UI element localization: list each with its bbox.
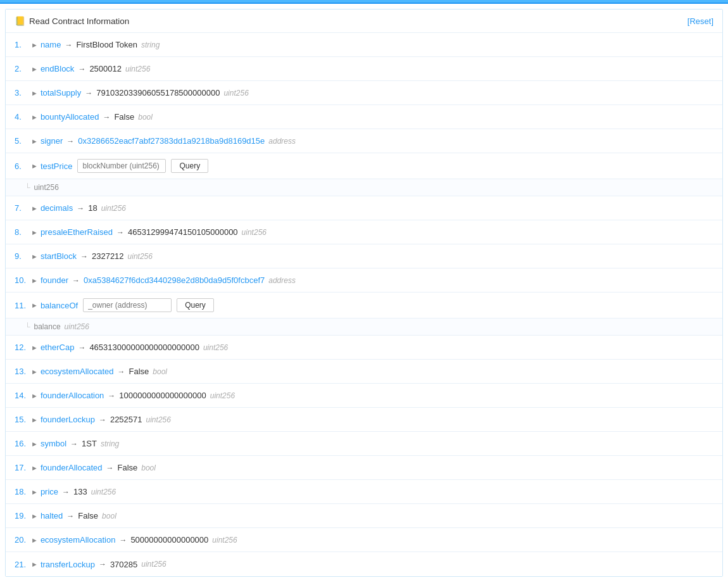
field-name[interactable]: halted — [41, 511, 63, 520]
table-row: 18. ► price → 133 uint256 — [6, 480, 722, 504]
chevron-right-icon: ► — [31, 368, 38, 375]
chevron-right-icon: ► — [31, 41, 38, 49]
field-value: 465312999474150105000000 — [128, 227, 238, 237]
arrow-icon: → — [78, 343, 85, 352]
field-name[interactable]: founderAllocation — [41, 391, 104, 400]
arrow-icon: → — [78, 65, 85, 73]
arrow-icon: → — [72, 276, 80, 285]
arrow-icon: → — [118, 367, 125, 376]
reset-button[interactable]: [Reset] — [687, 16, 713, 26]
panel-header: 📒 Read Contract Information [Reset] — [6, 9, 722, 33]
table-row: 20. ► ecosystemAllocation → 500000000000… — [6, 528, 722, 552]
query-button[interactable]: Query — [171, 159, 208, 173]
rows-container: 1. ► name → FirstBlood Token string 2. ►… — [6, 33, 722, 576]
chevron-right-icon: ► — [31, 253, 38, 260]
chevron-right-icon: ► — [31, 464, 38, 472]
query-input[interactable] — [83, 298, 172, 312]
field-name[interactable]: decimals — [41, 203, 73, 213]
row-number: 20. — [15, 535, 28, 545]
arrow-icon: → — [119, 536, 127, 545]
field-value: 2327212 — [92, 251, 124, 261]
row-number: 12. — [15, 343, 28, 352]
row-number: 19. — [15, 511, 28, 520]
row-number: 1. — [15, 40, 28, 49]
title-text: Read Contract Information — [29, 16, 129, 26]
field-value: 18 — [88, 203, 97, 213]
table-row: 19. ► halted → False bool — [6, 504, 722, 528]
field-type: uint256 — [210, 391, 235, 400]
field-value: False — [117, 463, 137, 472]
table-row: 21. ► transferLockup → 370285 uint256 — [6, 552, 722, 576]
field-name[interactable]: totalSupply — [41, 88, 81, 98]
table-row: 14. ► founderAllocation → 10000000000000… — [6, 384, 722, 408]
arrow-icon: → — [85, 89, 92, 98]
table-row: 2. ► endBlock → 2500012 uint256 — [6, 57, 722, 81]
table-row: 17. ► founderAllocated → False bool — [6, 456, 722, 480]
field-name[interactable]: etherCap — [41, 343, 74, 352]
field-name[interactable]: endBlock — [41, 64, 74, 73]
field-value: 1ST — [82, 439, 97, 448]
field-value: False — [78, 511, 98, 520]
arrow-icon: → — [116, 228, 124, 237]
field-name[interactable]: balanceOf — [41, 301, 78, 310]
field-value: 791032033906055178500000000 — [96, 88, 220, 98]
chevron-right-icon: ► — [31, 392, 38, 400]
field-type: uint256 — [242, 228, 267, 237]
book-icon: 📒 — [15, 16, 25, 26]
field-name[interactable]: symbol — [41, 439, 66, 448]
chevron-right-icon: ► — [31, 440, 38, 448]
field-name[interactable]: price — [41, 487, 58, 496]
field-value: 1000000000000000000 — [119, 391, 206, 400]
row-number: 5. — [15, 136, 28, 146]
row-number: 10. — [15, 275, 28, 285]
field-name[interactable]: ecosystemAllocation — [41, 535, 116, 545]
field-name[interactable]: transferLockup — [41, 560, 95, 569]
field-type: address — [268, 276, 296, 285]
field-type: uint256 — [203, 343, 228, 352]
row-number: 4. — [15, 112, 28, 122]
chevron-right-icon: ► — [31, 416, 38, 424]
field-value: 2500012 — [89, 64, 122, 73]
field-name[interactable]: startBlock — [41, 251, 77, 261]
field-value: 465313000000000000000000 — [89, 343, 199, 352]
field-name[interactable]: testPrice — [41, 161, 73, 171]
table-row: 9. ► startBlock → 2327212 uint256 — [6, 244, 722, 268]
field-name[interactable]: name — [41, 40, 61, 49]
field-name[interactable]: founderAllocated — [41, 463, 103, 472]
table-row: 5. ► signer → 0x3286652eacf7abf27383dd1a… — [6, 129, 722, 153]
field-name[interactable]: bountyAllocated — [41, 112, 99, 122]
field-name[interactable]: founder — [41, 275, 68, 285]
field-value: 50000000000000000 — [130, 535, 208, 545]
sub-row: └ balance uint256 — [6, 318, 722, 336]
chevron-right-icon: ► — [31, 229, 38, 236]
table-row: 13. ► ecosystemAllocated → False bool — [6, 360, 722, 384]
arrow-icon: → — [62, 488, 70, 496]
field-type: uint256 — [223, 89, 248, 98]
chevron-right-icon: ► — [31, 344, 38, 351]
arrow-icon: → — [80, 252, 88, 261]
table-row: 12. ► etherCap → 46531300000000000000000… — [6, 336, 722, 360]
field-name[interactable]: ecosystemAllocated — [41, 367, 114, 376]
field-type: uint256 — [128, 252, 153, 261]
query-button[interactable]: Query — [177, 298, 214, 312]
field-value: 370285 — [110, 560, 137, 569]
field-type: uint256 — [101, 204, 126, 213]
sub-row-label: uint256 — [34, 183, 59, 192]
chevron-right-icon: ► — [31, 205, 38, 212]
sub-row: └ uint256 — [6, 179, 722, 196]
query-input[interactable] — [77, 159, 166, 173]
row-number: 21. — [15, 560, 28, 569]
field-type: bool — [141, 463, 156, 472]
field-name[interactable]: presaleEtherRaised — [41, 227, 113, 237]
table-row: 7. ► decimals → 18 uint256 — [6, 196, 722, 220]
arrow-icon: → — [70, 439, 78, 448]
field-name[interactable]: founderLockup — [41, 415, 95, 424]
table-row: 10. ► founder → 0xa5384627f6dcd3440298e2… — [6, 268, 722, 293]
row-number: 6. — [15, 161, 28, 171]
table-row: 6. ► testPrice Query — [6, 153, 722, 179]
arrow-icon: → — [77, 204, 84, 213]
table-row: 16. ► symbol → 1ST string — [6, 432, 722, 456]
row-number: 14. — [15, 391, 28, 400]
field-name[interactable]: signer — [41, 136, 63, 146]
arrow-icon: → — [66, 512, 74, 520]
